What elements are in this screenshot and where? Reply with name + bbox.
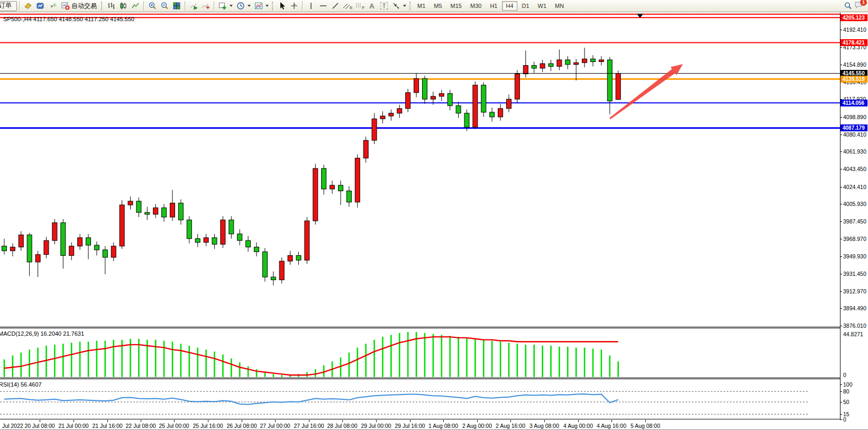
notifications-button[interactable]: 1 — [854, 1, 864, 11]
autotrading-button[interactable]: 自动交易 — [59, 1, 99, 11]
candle-body[interactable] — [195, 239, 200, 243]
candle-body[interactable] — [136, 201, 141, 212]
rsi-pane-canvas[interactable] — [0, 379, 840, 419]
auto-scroll-button[interactable] — [188, 1, 199, 11]
candle-body[interactable] — [431, 96, 435, 99]
candle-body[interactable] — [237, 234, 242, 240]
candle-body[interactable] — [481, 85, 486, 112]
timeframe-button-h4[interactable]: H4 — [502, 1, 517, 11]
candle-body[interactable] — [423, 78, 427, 99]
candle-body[interactable] — [229, 220, 234, 234]
arrows-tool-button[interactable] — [390, 1, 402, 11]
trendline-tool-button[interactable] — [330, 1, 341, 11]
candle-body[interactable] — [212, 238, 217, 244]
candle-body[interactable] — [464, 113, 469, 128]
candle-body[interactable] — [153, 208, 158, 214]
candle-body[interactable] — [128, 201, 133, 205]
candle-body[interactable] — [389, 113, 394, 116]
vertical-line-tool-button[interactable] — [305, 1, 317, 11]
candle-body[interactable] — [397, 109, 402, 113]
candle-body[interactable] — [145, 212, 150, 214]
main-chart-canvas[interactable] — [0, 13, 840, 327]
new-order-button[interactable]: 订单 — [0, 1, 17, 11]
candle-body[interactable] — [2, 246, 7, 251]
candle-body[interactable] — [447, 94, 452, 106]
text-label-tool-button[interactable]: T — [378, 1, 390, 11]
candle-body[interactable] — [170, 203, 175, 217]
order-ticket-icon[interactable] — [22, 1, 34, 11]
bar-chart-type-button[interactable] — [105, 1, 117, 11]
candle-body[interactable] — [406, 93, 410, 109]
timeframe-button-w1[interactable]: W1 — [534, 1, 551, 11]
new-chart-dropdown-arrow[interactable] — [230, 5, 233, 7]
timeframe-button-d1[interactable]: D1 — [518, 1, 533, 11]
candle-body[interactable] — [439, 94, 444, 96]
candle-body[interactable] — [271, 277, 276, 280]
candle-body[interactable] — [414, 78, 419, 93]
candle-body[interactable] — [599, 60, 604, 62]
candle-body[interactable] — [574, 62, 579, 65]
candle-body[interactable] — [498, 109, 503, 117]
price-tag[interactable]: 4139.519 — [840, 76, 867, 83]
price-tag[interactable]: 4178.421 — [840, 39, 867, 46]
candle-body[interactable] — [607, 60, 612, 101]
candle-body[interactable] — [61, 223, 66, 256]
candle-body[interactable] — [339, 185, 343, 191]
candle-body[interactable] — [549, 64, 553, 66]
candle-body[interactable] — [540, 64, 545, 68]
time-axis[interactable]: Jul 202220 Jul 08:0021 Jul 00:0021 Jul 1… — [0, 420, 840, 430]
candle-body[interactable] — [111, 246, 116, 257]
candle-body[interactable] — [346, 191, 351, 202]
toolbar-drag-handle[interactable] — [101, 2, 103, 10]
price-scale[interactable]: 4192.4104173.3704154.8904136.4104117.920… — [840, 13, 868, 420]
templates-button[interactable] — [253, 1, 264, 11]
candle-body[interactable] — [565, 60, 570, 65]
candle-body[interactable] — [35, 255, 40, 262]
candle-body[interactable] — [380, 116, 385, 119]
candle-body[interactable] — [19, 235, 23, 247]
tile-windows-button[interactable] — [171, 1, 182, 11]
candle-body[interactable] — [322, 168, 326, 189]
candle-body[interactable] — [330, 185, 335, 189]
text-tool-button[interactable]: A — [366, 1, 378, 11]
market-watch-icon[interactable] — [34, 1, 46, 11]
cursor-tool-button[interactable] — [276, 1, 288, 11]
candle-body[interactable] — [27, 235, 32, 262]
timeframe-button-m30[interactable]: M30 — [467, 1, 485, 11]
chart-shift-button[interactable] — [200, 1, 212, 11]
candle-body[interactable] — [532, 66, 536, 68]
crosshair-tool-button[interactable] — [288, 1, 300, 11]
candle-body[interactable] — [279, 261, 284, 280]
candle-body[interactable] — [507, 99, 511, 109]
horizontal-line-tool-button[interactable] — [317, 1, 329, 11]
candle-body[interactable] — [44, 240, 49, 255]
candle-body[interactable] — [10, 247, 15, 251]
timeframe-button-mn[interactable]: MN — [551, 1, 568, 11]
timeframe-button-m5[interactable]: M5 — [430, 1, 445, 11]
candle-body[interactable] — [591, 59, 596, 61]
signal-center-icon[interactable] — [47, 1, 58, 11]
candle-body[interactable] — [221, 220, 225, 244]
timeframe-button-m15[interactable]: M15 — [447, 1, 465, 11]
candle-body[interactable] — [363, 140, 368, 158]
timeframe-button-h1[interactable]: H1 — [486, 1, 501, 11]
zoom-in-button[interactable] — [147, 1, 158, 11]
periods-button[interactable] — [235, 1, 246, 11]
candle-body[interactable] — [103, 250, 107, 257]
periods-dropdown-arrow[interactable] — [248, 5, 251, 7]
timeframe-button-m1[interactable]: M1 — [414, 1, 429, 11]
zoom-out-button[interactable] — [159, 1, 170, 11]
candle-body[interactable] — [262, 252, 267, 277]
candle-body[interactable] — [456, 106, 461, 113]
macd-pane-canvas[interactable] — [0, 328, 840, 378]
candle-body[interactable] — [254, 247, 259, 252]
templates-dropdown-arrow[interactable] — [266, 5, 269, 7]
candle-body[interactable] — [355, 158, 360, 202]
candle-body[interactable] — [246, 240, 251, 247]
candle-body[interactable] — [204, 238, 208, 243]
candle-body[interactable] — [490, 112, 495, 117]
candle-body[interactable] — [616, 74, 620, 100]
candle-body[interactable] — [86, 238, 91, 245]
candle-body[interactable] — [523, 66, 528, 74]
equidistant-channel-tool-button[interactable]: E — [342, 1, 353, 11]
